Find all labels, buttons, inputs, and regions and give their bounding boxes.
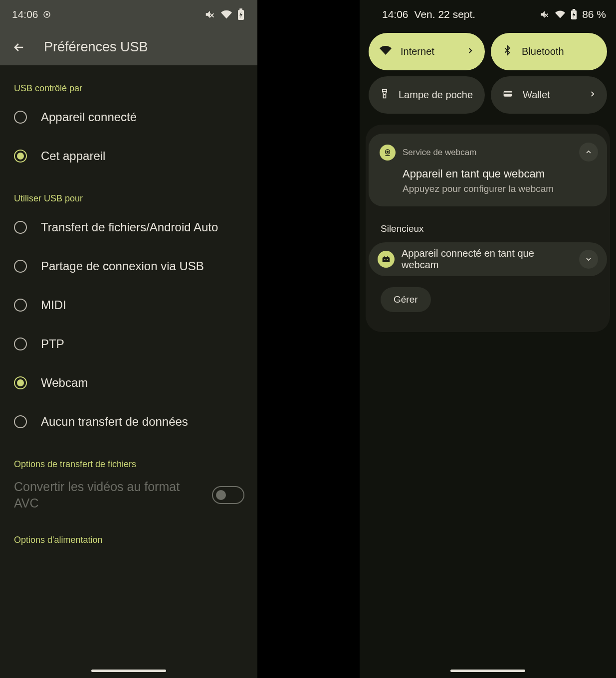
radio-icon bbox=[14, 260, 27, 273]
android-system-icon bbox=[378, 251, 395, 268]
page-title: Préférences USB bbox=[44, 39, 148, 55]
back-button[interactable] bbox=[8, 36, 30, 58]
section-use-usb-for: Utiliser USB pour bbox=[0, 175, 257, 208]
toggle-label: Convertir les vidéos au format AVC bbox=[14, 479, 212, 511]
radio-label: PTP bbox=[41, 337, 64, 351]
radio-label: Appareil connecté bbox=[41, 110, 137, 124]
qs-flashlight[interactable]: Lampe de poche bbox=[369, 76, 485, 114]
settings-content: USB contrôlé par Appareil connecté Cet a… bbox=[0, 65, 257, 569]
svg-rect-6 bbox=[383, 90, 387, 92]
wifi-icon bbox=[555, 9, 566, 19]
chevron-right-icon bbox=[466, 46, 475, 57]
svg-rect-5 bbox=[573, 9, 576, 10]
radio-no-data-transfer[interactable]: Aucun transfert de données bbox=[0, 402, 257, 441]
notification-subtitle: Appuyez pour configurer la webcam bbox=[403, 183, 596, 194]
radio-label: Webcam bbox=[41, 376, 88, 390]
nav-handle[interactable] bbox=[91, 670, 166, 672]
radio-midi[interactable]: MIDI bbox=[0, 286, 257, 325]
wifi-icon bbox=[380, 44, 392, 59]
radio-icon bbox=[14, 111, 27, 124]
nav-handle[interactable] bbox=[450, 670, 525, 672]
notification-webcam-service[interactable]: Service de webcam Appareil en tant que w… bbox=[369, 134, 607, 206]
radio-label: Partage de connexion via USB bbox=[41, 259, 204, 273]
toggle-convert-avc[interactable]: Convertir les vidéos au format AVC bbox=[0, 474, 257, 511]
expand-button[interactable] bbox=[579, 250, 598, 269]
qs-internet[interactable]: Internet bbox=[369, 33, 485, 70]
radio-icon bbox=[14, 376, 27, 389]
screen-notification-shade: 14:06 Ven. 22 sept. 86 % bbox=[360, 0, 616, 678]
clock: 14:06 bbox=[12, 8, 38, 20]
radio-label: Cet appareil bbox=[41, 149, 105, 163]
status-date: Ven. 22 sept. bbox=[414, 8, 476, 20]
radio-label: MIDI bbox=[41, 298, 66, 312]
radio-icon bbox=[14, 299, 27, 312]
radio-file-transfer[interactable]: Transfert de fichiers/Android Auto bbox=[0, 208, 257, 247]
flashlight-icon bbox=[380, 87, 390, 103]
mute-icon bbox=[205, 9, 215, 20]
radio-usb-tethering[interactable]: Partage de connexion via USB bbox=[0, 247, 257, 286]
notification-title: Appareil en tant que webcam bbox=[403, 168, 596, 180]
bluetooth-icon bbox=[502, 44, 513, 59]
notification-connected-webcam[interactable]: Appareil connecté en tant que webcam bbox=[369, 242, 607, 276]
battery-charging-icon bbox=[571, 9, 577, 20]
quick-settings: Internet Bluetooth Lampe de poche bbox=[360, 29, 616, 125]
notification-dot-icon bbox=[42, 10, 51, 19]
qs-wallet[interactable]: Wallet bbox=[491, 76, 607, 114]
notification-app-name: Service de webcam bbox=[403, 148, 476, 158]
manage-button[interactable]: Gérer bbox=[381, 287, 431, 312]
svg-point-7 bbox=[384, 94, 385, 95]
wifi-icon bbox=[220, 9, 232, 20]
status-bar: 14:06 bbox=[0, 0, 257, 29]
collapse-button[interactable] bbox=[579, 143, 598, 162]
svg-point-1 bbox=[45, 13, 48, 16]
status-bar: 14:06 Ven. 22 sept. 86 % bbox=[360, 0, 616, 29]
radio-webcam[interactable]: Webcam bbox=[0, 363, 257, 402]
svg-rect-9 bbox=[504, 93, 512, 94]
section-power-options: Options d'alimentation bbox=[0, 511, 257, 549]
radio-ptp[interactable]: PTP bbox=[0, 325, 257, 363]
screen-usb-preferences: 14:06 bbox=[0, 0, 257, 678]
qs-label: Internet bbox=[401, 46, 434, 57]
radio-this-device[interactable]: Cet appareil bbox=[0, 137, 257, 175]
clock: 14:06 bbox=[382, 8, 409, 20]
mute-icon bbox=[540, 9, 550, 19]
notification-panel: Service de webcam Appareil en tant que w… bbox=[366, 125, 610, 332]
section-usb-controlled-by: USB contrôlé par bbox=[0, 65, 257, 98]
webcam-icon bbox=[380, 145, 396, 161]
section-file-transfer-options: Options de transfert de fichiers bbox=[0, 441, 257, 474]
radio-icon bbox=[14, 415, 27, 428]
svg-point-12 bbox=[385, 259, 386, 260]
qs-bluetooth[interactable]: Bluetooth bbox=[491, 33, 607, 70]
battery-percentage: 86 % bbox=[582, 8, 606, 20]
radio-label: Transfert de fichiers/Android Auto bbox=[41, 220, 218, 234]
qs-label: Lampe de poche bbox=[399, 89, 473, 101]
radio-icon bbox=[14, 221, 27, 234]
svg-point-11 bbox=[387, 151, 389, 153]
radio-connected-device[interactable]: Appareil connecté bbox=[0, 98, 257, 137]
battery-charging-icon bbox=[237, 8, 244, 20]
wallet-icon bbox=[502, 89, 514, 101]
manage-label: Gérer bbox=[394, 294, 418, 305]
silent-section-label: Silencieux bbox=[381, 223, 607, 234]
appbar: 14:06 bbox=[0, 0, 257, 65]
radio-icon bbox=[14, 338, 27, 350]
svg-rect-3 bbox=[239, 8, 242, 10]
svg-point-13 bbox=[387, 259, 388, 260]
qs-label: Bluetooth bbox=[522, 46, 564, 57]
notification-text: Appareil connecté en tant que webcam bbox=[402, 248, 572, 271]
radio-label: Aucun transfert de données bbox=[41, 415, 188, 429]
radio-icon bbox=[14, 150, 27, 163]
qs-label: Wallet bbox=[523, 89, 550, 101]
switch-off-icon[interactable] bbox=[212, 486, 244, 504]
chevron-right-icon bbox=[588, 89, 597, 101]
